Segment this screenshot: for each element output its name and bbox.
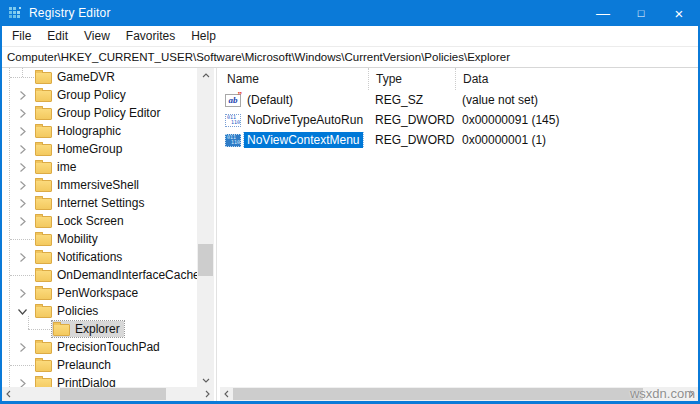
registry-editor-app-icon [9,7,22,20]
tree-item-homegroup[interactable]: HomeGroup [2,140,197,158]
column-header-name[interactable]: Name [220,68,368,90]
chevron-right-icon[interactable] [10,216,34,227]
tree-item-group-policy[interactable]: Group Policy [2,86,197,104]
chevron-right-icon[interactable] [10,90,34,101]
value-data: 0x00000091 (145) [455,113,698,127]
tree-key-lock-screen[interactable]: Lock Screen [34,213,128,229]
tree-key-gamedvr[interactable]: GameDVR [34,69,119,85]
folder-icon [35,270,52,282]
tree-key-holographic[interactable]: Holographic [34,123,125,139]
tree-item-group-policy-editor[interactable]: Group Policy Editor [2,104,197,122]
folder-icon [53,324,70,336]
tree-key-explorer[interactable]: Explorer [52,321,124,337]
tree-item-prelaunch[interactable]: Prelaunch [2,356,197,374]
chevron-right-icon[interactable] [10,288,34,299]
value-name-cell[interactable]: 011110NoDriveTypeAutoRun [220,112,368,128]
tree-key-ondemandinterfacecache[interactable]: OnDemandInterfaceCache [34,267,197,283]
tree-item-label: Prelaunch [57,358,111,372]
tree-item-printdialog[interactable]: PrintDialog [2,374,197,387]
chevron-right-icon[interactable] [10,342,34,353]
tree-item-immersiveshell[interactable]: ImmersiveShell [2,176,197,194]
scroll-down-arrow-icon[interactable] [197,373,214,387]
tree-key-internet-settings[interactable]: Internet Settings [34,195,148,211]
list-horizontal-scrollbar[interactable] [220,387,698,401]
tree-key-ime[interactable]: ime [34,159,80,175]
chevron-right-icon[interactable] [10,126,34,137]
tree-item-ime[interactable]: ime [2,158,197,176]
tree-item-ondemandinterfacecache[interactable]: OnDemandInterfaceCache [2,266,197,284]
tree-horizontal-scrollbar[interactable] [2,387,214,401]
tree-item-notifications[interactable]: Notifications [2,248,197,266]
chevron-right-icon[interactable] [10,144,34,155]
tree-hscroll-thumb[interactable] [60,388,166,400]
value-data: 0x00000001 (1) [455,133,698,147]
tree-item-explorer[interactable]: Explorer [2,320,197,338]
value-name-cell[interactable]: ab(Default) [220,92,368,108]
folder-icon [35,72,52,84]
menu-view[interactable]: View [76,29,118,43]
column-header-data[interactable]: Data [455,68,698,90]
registry-tree: GameDVRGroup PolicyGroup Policy EditorHo… [2,68,197,387]
tree-key-prelaunch[interactable]: Prelaunch [34,357,115,373]
folder-icon [35,234,52,246]
value-data: (value not set) [455,93,698,107]
tree-connector-dots [28,329,52,330]
scroll-up-arrow-icon[interactable] [197,68,214,82]
tree-item-penworkspace[interactable]: PenWorkspace [2,284,197,302]
address-bar[interactable]: Computer\HKEY_CURRENT_USER\Software\Micr… [2,47,698,68]
chevron-right-icon[interactable] [10,180,34,191]
chevron-down-icon[interactable] [10,306,34,317]
list-hscroll-thumb[interactable] [233,388,643,400]
tree-key-policies[interactable]: Policies [34,303,102,319]
tree-item-mobility[interactable]: Mobility [2,230,197,248]
chevron-right-icon[interactable] [10,198,34,209]
chevron-right-icon[interactable] [10,108,34,119]
folder-icon [35,144,52,156]
tree-item-label: PrintDialog [57,376,116,387]
chevron-right-icon[interactable] [10,252,34,263]
tree-key-notifications[interactable]: Notifications [34,249,126,265]
tree-guide-line [9,68,10,387]
column-header-type[interactable]: Type [368,68,455,90]
value-row-nodrivetypeautorun[interactable]: 011110NoDriveTypeAutoRunREG_DWORD0x00000… [220,110,698,130]
scroll-left-arrow-icon[interactable] [2,387,15,401]
folder-icon [35,216,52,228]
tree-item-gamedvr[interactable]: GameDVR [2,68,197,86]
chevron-right-icon[interactable] [10,378,34,388]
close-button[interactable]: × [660,0,698,26]
menu-edit[interactable]: Edit [39,29,76,43]
value-row-noviewcontextmenu[interactable]: 011110NoViewContextMenuREG_DWORD0x000000… [220,130,698,150]
menu-help[interactable]: Help [183,29,224,43]
tree-key-group-policy-editor[interactable]: Group Policy Editor [34,105,164,121]
scroll-right-arrow-icon[interactable] [201,387,214,401]
maximize-button[interactable]: □ [622,0,660,26]
tree-key-mobility[interactable]: Mobility [34,231,102,247]
tree-item-holographic[interactable]: Holographic [2,122,197,140]
main-area: GameDVRGroup PolicyGroup Policy EditorHo… [2,68,698,401]
tree-key-homegroup[interactable]: HomeGroup [34,141,126,157]
menu-favorites[interactable]: Favorites [118,29,183,43]
folder-icon [35,342,52,354]
value-row--default-[interactable]: ab(Default)REG_SZ(value not set) [220,90,698,110]
chevron-right-icon[interactable] [10,162,34,173]
tree-key-printdialog[interactable]: PrintDialog [34,375,120,387]
menu-file[interactable]: File [4,29,39,43]
tree-key-group-policy[interactable]: Group Policy [34,87,130,103]
tree-key-penworkspace[interactable]: PenWorkspace [34,285,142,301]
tree-vscroll-thumb[interactable] [198,244,213,276]
value-name-cell[interactable]: 011110NoViewContextMenu [220,132,368,148]
tree-item-label: GameDVR [57,70,115,84]
window-controls: — □ × [584,0,698,26]
tree-item-label: Lock Screen [57,214,124,228]
tree-item-lock-screen[interactable]: Lock Screen [2,212,197,230]
tree-item-policies[interactable]: Policies [2,302,197,320]
folder-icon [35,378,52,387]
tree-vertical-scrollbar[interactable] [197,68,214,387]
tree-item-precisiontouchpad[interactable]: PrecisionTouchPad [2,338,197,356]
tree-key-immersiveshell[interactable]: ImmersiveShell [34,177,143,193]
folder-icon [35,288,52,300]
tree-item-internet-settings[interactable]: Internet Settings [2,194,197,212]
tree-key-precisiontouchpad[interactable]: PrecisionTouchPad [34,339,164,355]
scroll-left-arrow-icon[interactable] [220,387,233,401]
tree-connector-dots [10,365,34,366]
